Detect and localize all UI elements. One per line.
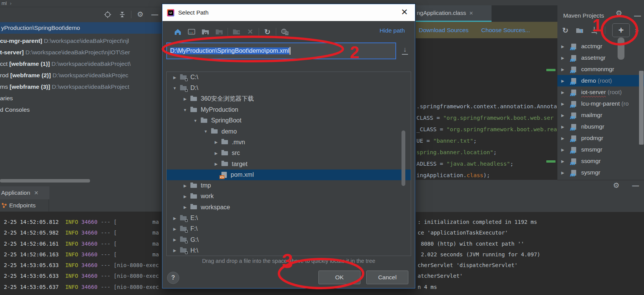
tab-application[interactable]: Application✕ — [0, 186, 49, 199]
tree-toggle-icon[interactable]: ▶ — [182, 194, 188, 199]
chevron-right-icon[interactable] — [561, 102, 567, 106]
project-list-item[interactable]: cu-mgr-parent] D:\workspace\ideaBakProje… — [0, 35, 162, 47]
maven-project-item[interactable]: m ssomgr — [557, 155, 644, 167]
choose-sources-link[interactable]: Choose Sources... — [481, 27, 530, 34]
file-tree-row[interactable]: ▶ src — [167, 148, 411, 158]
code-editor[interactable]: .springframework.context.annotation.Anno… — [415, 38, 557, 180]
tree-toggle-icon[interactable]: ▶ — [172, 227, 178, 231]
locate-file-icon[interactable] — [401, 46, 409, 55]
tree-toggle-icon[interactable]: ▶ — [213, 140, 219, 144]
maven-project-item[interactable]: m smsmgr — [557, 144, 644, 155]
scrollbar-thumb[interactable] — [639, 71, 644, 145]
maven-project-item[interactable]: m sysmgr — [557, 167, 644, 178]
chevron-right-icon[interactable] — [561, 44, 567, 49]
refresh-icon[interactable]: ↻ — [263, 27, 272, 36]
tab-endpoints[interactable]: Endpoints — [0, 199, 162, 212]
project-list-item[interactable]: cct [webframe (1)] D:\workspace\ideaBakP… — [0, 58, 162, 70]
project-list-item[interactable]: rod [webframe (2)] D:\workspace\ideaBakP… — [0, 70, 162, 81]
file-tree-row[interactable]: ▶ E:\ — [167, 213, 411, 223]
scrollbar-thumb[interactable] — [401, 130, 405, 186]
chevron-right-icon[interactable] — [561, 67, 567, 72]
close-icon[interactable]: ✕ — [469, 10, 473, 16]
tree-toggle-icon[interactable]: ▶ — [182, 97, 188, 101]
collapse-all-icon[interactable] — [118, 10, 127, 19]
collapse-folder-icon[interactable] — [201, 27, 210, 36]
dialog-title-bar[interactable]: IJ Select Path ✕ — [162, 4, 415, 21]
scroll-to-source-icon[interactable] — [103, 10, 112, 19]
chevron-right-icon[interactable] — [561, 90, 567, 95]
file-tree-row[interactable]: ▶ work — [167, 191, 411, 202]
project-list-item[interactable]: ms [webframe (3)] D:\workspace\ideaBakPr… — [0, 81, 162, 93]
breadcrumb[interactable]: ml› — [0, 0, 164, 7]
project-list-selected-row[interactable]: yProduction\SpringBoot\demo — [0, 22, 163, 34]
delete-icon[interactable]: ✕ — [246, 27, 255, 36]
show-hidden-files-icon[interactable] — [280, 27, 289, 36]
tree-toggle-icon[interactable]: ▶ — [172, 238, 178, 242]
maven-project-item[interactable]: m prodmgr — [557, 132, 644, 144]
close-icon[interactable]: ✕ — [34, 190, 39, 196]
tree-toggle-icon[interactable]: ▶ — [213, 162, 219, 166]
chevron-right-icon[interactable] — [561, 56, 567, 60]
home-directory-icon[interactable] — [173, 27, 182, 36]
download-sources-link[interactable]: Download Sources — [419, 27, 469, 34]
file-tree-row[interactable]: ▶ tmp — [167, 180, 411, 191]
file-tree-row[interactable]: ▼ SpringBoot — [167, 115, 411, 126]
tree-toggle-icon[interactable]: ▼ — [182, 108, 188, 112]
file-tree-row[interactable]: ▼ D:\ — [167, 83, 411, 93]
chevron-right-icon[interactable] — [561, 148, 567, 152]
breadcrumb-item[interactable]: ml — [2, 0, 7, 6]
path-input[interactable]: D:\MyProduction\SpringBoot\demo\pom.xml — [166, 42, 396, 59]
chevron-right-icon[interactable] — [561, 113, 567, 117]
hide-panel-icon[interactable]: — — [632, 182, 639, 190]
tree-toggle-icon[interactable]: ▶ — [172, 216, 178, 220]
tree-toggle-icon[interactable]: ▼ — [203, 129, 209, 134]
maven-project-item[interactable]: m nbusmgr — [557, 121, 644, 132]
maven-project-item[interactable]: m acctmgr — [557, 41, 644, 52]
expand-folder-icon[interactable] — [215, 27, 224, 36]
file-tree-row[interactable]: ▶ .mvn — [167, 137, 411, 148]
file-tree-row[interactable]: ▼ MyProduction — [167, 104, 411, 115]
chevron-right-icon[interactable] — [561, 136, 567, 140]
maven-project-item[interactable]: m iot-server (root) — [557, 86, 644, 98]
file-tree-row[interactable]: ▶ C:\ — [167, 72, 411, 83]
tree-toggle-icon[interactable]: ▶ — [172, 75, 178, 80]
ok-button[interactable]: OK — [318, 271, 361, 284]
project-list-item[interactable]: d Consoles — [0, 104, 162, 116]
horizontal-scrollbar[interactable] — [0, 179, 90, 183]
settings-gear-icon[interactable]: ⚙ — [136, 10, 145, 19]
hide-panel-icon[interactable]: — — [634, 10, 641, 22]
editor-tab[interactable]: ngApplication.class✕ — [415, 5, 492, 22]
new-folder-icon[interactable] — [232, 27, 241, 36]
generate-sources-folder-icon[interactable] — [575, 26, 584, 35]
file-tree-row[interactable]: ▶ F:\ — [167, 223, 411, 234]
tree-toggle-icon[interactable]: ▶ — [182, 184, 188, 188]
file-tree-row[interactable]: ▶ G:\ — [167, 234, 411, 245]
chevron-right-icon[interactable] — [561, 159, 567, 163]
maven-project-item[interactable]: m demo (root) — [557, 75, 644, 86]
tree-toggle-icon[interactable]: ▼ — [192, 119, 198, 123]
settings-gear-icon[interactable]: ⚙ — [613, 182, 619, 189]
project-list-item[interactable]: t-server] D:\workspace\ideaBakProject\nj… — [0, 47, 162, 58]
maven-project-item[interactable]: m commonmgr — [557, 64, 644, 75]
download-sources-icon[interactable] — [590, 26, 598, 35]
hide-panel-icon[interactable]: — — [150, 10, 159, 19]
project-list-item[interactable]: aries — [0, 93, 162, 104]
maven-project-item[interactable]: m lcu-mgr-parent (ro — [557, 98, 644, 109]
maven-project-item[interactable]: m assetmgr — [557, 52, 644, 64]
tree-toggle-icon[interactable]: ▶ — [172, 248, 178, 253]
reimport-refresh-icon[interactable]: ↻ — [561, 26, 570, 35]
desktop-directory-icon[interactable] — [187, 27, 196, 36]
settings-gear-icon[interactable]: ⚙ — [616, 10, 622, 17]
file-tree-row[interactable]: pom.xml — [167, 170, 411, 180]
chevron-right-icon[interactable] — [561, 125, 567, 129]
maven-project-item[interactable]: m mailmgr — [557, 109, 644, 121]
file-tree-row[interactable]: ▶ 360安全浏览器下载 — [167, 94, 411, 104]
scrollbar-thumb[interactable] — [618, 37, 624, 60]
tree-toggle-icon[interactable]: ▼ — [172, 86, 178, 90]
file-tree-row[interactable]: ▶ H:\ — [167, 245, 411, 256]
tree-toggle-icon[interactable]: ▶ — [213, 151, 219, 155]
hide-path-link[interactable]: Hide path — [380, 27, 405, 34]
chevron-right-icon[interactable] — [561, 79, 567, 83]
file-tree-row[interactable]: ▶ workspace — [167, 202, 411, 213]
help-button[interactable]: ? — [167, 272, 179, 284]
